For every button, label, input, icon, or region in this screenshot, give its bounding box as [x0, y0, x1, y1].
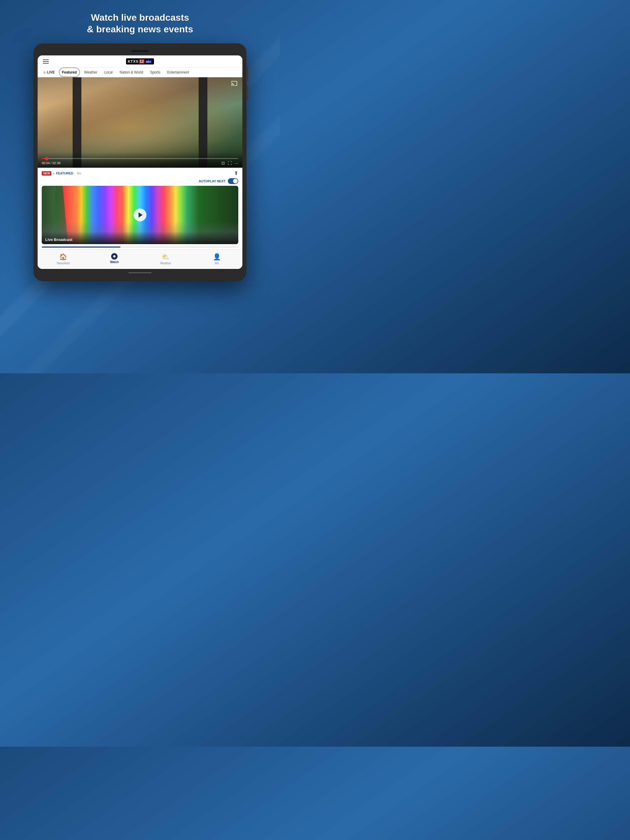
watch-play-icon	[113, 255, 115, 257]
play-triangle-icon	[139, 212, 143, 218]
weather-icon: ⛅	[162, 253, 169, 261]
video-player[interactable]: 00:04 / 02:38 ⊡ ⛶ ···	[38, 77, 242, 168]
badge-featured: FEATURED	[56, 172, 73, 175]
autoplay-label: AUTOPLAY NEXT	[199, 179, 226, 183]
tab-sports[interactable]: Sports	[147, 68, 163, 77]
nav-label-me: Me	[215, 262, 219, 265]
cast-icon[interactable]	[230, 80, 238, 87]
hamburger-line-3	[43, 63, 49, 63]
video-controls-right: ⊡ ⛶ ···	[221, 161, 238, 165]
home-icon: 🏠	[59, 253, 67, 261]
scroll-indicator-fill	[42, 246, 120, 248]
autoplay-row: AUTOPLAY NEXT	[38, 178, 242, 186]
video-progress-bar[interactable]	[42, 158, 238, 159]
app-logo: KTXS 12 abc	[126, 58, 154, 65]
nav-label-weather: Weather	[160, 262, 171, 265]
logo-abc-text: abc	[145, 60, 152, 63]
tablet-top-bar	[38, 48, 242, 54]
nav-item-me[interactable]: 👤 Me	[191, 252, 243, 266]
watch-active-indicator	[111, 253, 118, 260]
app-header: KTXS 12 abc	[38, 55, 242, 68]
arrow-separator: ›	[53, 172, 54, 175]
play-button[interactable]	[134, 208, 147, 221]
autoplay-toggle[interactable]	[228, 178, 238, 184]
meta-time: · 9m	[75, 172, 81, 175]
tab-local[interactable]: Local	[101, 68, 116, 77]
toggle-knob	[233, 179, 238, 183]
more-options-icon[interactable]: ···	[235, 161, 238, 165]
video-controls-bottom: 00:04 / 02:38 ⊡ ⛶ ···	[42, 161, 238, 165]
side-button-top	[247, 66, 248, 81]
meta-row: NEW › FEATURED · 9m ⬆	[38, 168, 242, 178]
logo-badge: KTXS 12 abc	[126, 58, 154, 65]
video-controls: 00:04 / 02:38 ⊡ ⛶ ···	[38, 152, 242, 168]
live-dot-icon	[43, 71, 46, 74]
tab-featured[interactable]: Featured	[59, 68, 80, 77]
nav-item-newsfeed[interactable]: 🏠 Newsfeed	[38, 252, 89, 266]
tablet-screen: KTXS 12 abc LIVE Featured Weather Local	[38, 55, 242, 269]
nav-tabs-bar: LIVE Featured Weather Local Nation & Wor…	[38, 68, 242, 77]
nav-label-newsfeed: Newsfeed	[57, 262, 70, 265]
scroll-indicator	[42, 246, 238, 248]
tab-entertainment[interactable]: Entertainment	[164, 68, 192, 77]
subtitles-icon[interactable]: ⊡	[221, 161, 225, 165]
hamburger-menu-button[interactable]	[42, 58, 50, 65]
page-headline: Watch live broadcasts & breaking news ev…	[87, 12, 193, 35]
logo-12-text: 12	[139, 59, 144, 63]
thumb-image: Live Broadcast	[42, 186, 238, 244]
tablet-bottom-bar	[38, 271, 242, 275]
video-timestamp: 00:04 / 02:38	[42, 161, 60, 165]
video-thumbnail-card[interactable]: Live Broadcast	[42, 186, 238, 244]
tab-live[interactable]: LIVE	[41, 68, 58, 77]
content-area: NEW › FEATURED · 9m ⬆ AUTOPLAY NEXT	[38, 168, 242, 269]
tablet-frame: KTXS 12 abc LIVE Featured Weather Local	[33, 43, 246, 281]
badge-new: NEW	[42, 171, 51, 175]
share-icon[interactable]: ⬆	[234, 170, 238, 177]
side-button-mid	[247, 85, 248, 100]
tab-weather[interactable]: Weather	[81, 68, 100, 77]
tab-nation-world[interactable]: Nation & World	[117, 68, 146, 77]
home-indicator	[128, 272, 152, 273]
fullscreen-icon[interactable]: ⛶	[228, 161, 232, 165]
progress-dot	[45, 157, 48, 160]
nav-label-watch: Watch	[110, 261, 119, 264]
hamburger-line-2	[43, 61, 49, 62]
camera-bump	[131, 50, 149, 52]
video-progress-fill	[42, 158, 47, 159]
meta-left: NEW › FEATURED · 9m	[42, 171, 81, 175]
nav-item-weather[interactable]: ⛅ Weather	[140, 252, 191, 266]
bottom-navigation: 🏠 Newsfeed Watch ⛅ Weather 👤 Me	[38, 249, 242, 269]
logo-ktxs-text: KTXS	[128, 59, 139, 63]
profile-icon: 👤	[213, 253, 221, 261]
nav-item-watch[interactable]: Watch	[89, 252, 140, 266]
thumb-caption: Live Broadcast	[42, 232, 238, 244]
hamburger-line-1	[43, 60, 49, 60]
